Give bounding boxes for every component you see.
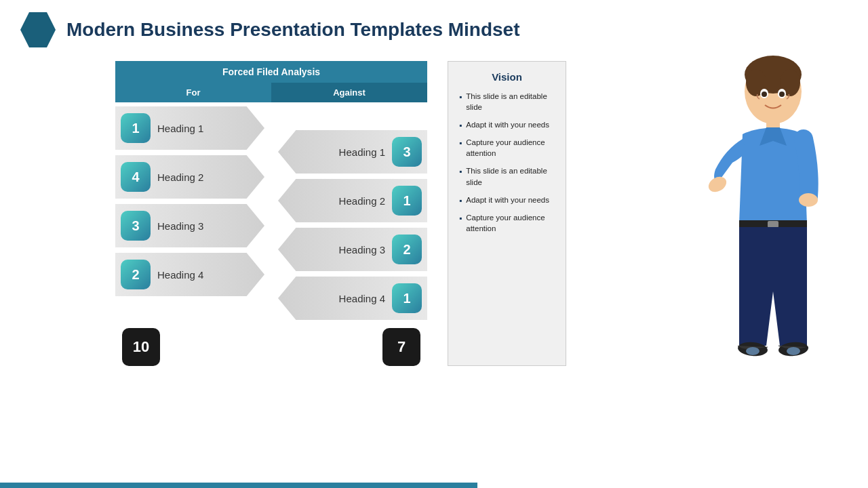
against-item-3: Heading 3 2 bbox=[278, 228, 427, 271]
vision-item-2: ▪ Adapt it with your needs bbox=[459, 119, 555, 130]
person-svg bbox=[692, 34, 854, 454]
against-item-2: Heading 2 1 bbox=[278, 179, 427, 222]
vision-item-5: ▪ Adapt it with your needs bbox=[459, 195, 555, 205]
for-label-4: Heading 4 bbox=[157, 269, 203, 281]
for-item-1: 1 Heading 1 bbox=[115, 106, 264, 150]
svg-point-6 bbox=[762, 92, 767, 97]
for-label-3: Heading 3 bbox=[157, 220, 203, 232]
vision-text-6: Capture your audience attention bbox=[466, 212, 555, 234]
counter-right: 7 bbox=[382, 328, 420, 366]
character-illustration bbox=[678, 14, 868, 474]
col-for-header: For bbox=[115, 83, 271, 102]
against-item-4: Heading 4 1 bbox=[278, 277, 427, 320]
against-badge-4: 1 bbox=[392, 283, 422, 313]
svg-point-7 bbox=[779, 92, 785, 97]
bullet-icon-1: ▪ bbox=[459, 92, 462, 102]
for-label-1: Heading 1 bbox=[157, 123, 203, 134]
against-label-4: Heading 4 bbox=[339, 293, 385, 304]
against-item-1: Heading 1 3 bbox=[278, 130, 427, 174]
forced-field-analysis-table: Forced Filed Analysis For Against 1 Head… bbox=[115, 61, 427, 366]
vision-text-4: This slide is an editable slide bbox=[466, 165, 555, 187]
for-badge-2: 4 bbox=[121, 162, 151, 192]
bullet-icon-2: ▪ bbox=[459, 121, 462, 130]
against-badge-2: 1 bbox=[392, 186, 422, 216]
bottom-counters: 10 7 bbox=[115, 320, 427, 366]
bullet-icon-5: ▪ bbox=[459, 196, 462, 205]
table-body: 1 Heading 1 4 Heading 2 3 Heading 3 2 He… bbox=[115, 106, 427, 320]
vision-text-2: Adapt it with your needs bbox=[466, 119, 549, 130]
against-badge-1: 3 bbox=[392, 137, 422, 167]
against-column: Heading 1 3 Heading 2 1 Heading 3 2 Head… bbox=[271, 130, 427, 320]
table-subheader: For Against bbox=[115, 83, 427, 102]
vision-panel: Vision ▪ This slide is an editable slide… bbox=[448, 61, 566, 366]
against-badge-3: 2 bbox=[392, 235, 422, 264]
svg-rect-12 bbox=[768, 221, 778, 228]
vision-title: Vision bbox=[459, 71, 555, 83]
bullet-icon-3: ▪ bbox=[459, 138, 462, 148]
for-badge-1: 1 bbox=[121, 113, 151, 143]
for-column: 1 Heading 1 4 Heading 2 3 Heading 3 2 He… bbox=[115, 106, 271, 320]
for-item-3: 3 Heading 3 bbox=[115, 204, 264, 247]
main-content: Forced Filed Analysis For Against 1 Head… bbox=[0, 54, 868, 366]
svg-point-16 bbox=[787, 347, 800, 355]
vision-text-1: This slide is an editable slide bbox=[466, 91, 555, 113]
svg-point-14 bbox=[746, 347, 760, 355]
against-label-2: Heading 2 bbox=[339, 195, 385, 207]
for-label-2: Heading 2 bbox=[157, 171, 203, 183]
vision-text-5: Adapt it with your needs bbox=[466, 195, 549, 205]
bullet-icon-6: ▪ bbox=[459, 214, 462, 223]
col-against-header: Against bbox=[271, 83, 427, 102]
vision-text-3: Capture your audience attention bbox=[466, 137, 555, 159]
against-label-3: Heading 3 bbox=[339, 244, 385, 256]
for-item-2: 4 Heading 2 bbox=[115, 155, 264, 199]
vision-item-6: ▪ Capture your audience attention bbox=[459, 212, 555, 234]
against-label-1: Heading 1 bbox=[339, 146, 385, 158]
page-title: Modern Business Presentation Templates M… bbox=[66, 19, 520, 41]
vision-item-1: ▪ This slide is an editable slide bbox=[459, 91, 555, 113]
for-item-4: 2 Heading 4 bbox=[115, 253, 264, 296]
for-badge-4: 2 bbox=[121, 260, 151, 289]
vision-item-3: ▪ Capture your audience attention bbox=[459, 137, 555, 159]
for-badge-3: 3 bbox=[121, 211, 151, 241]
bottom-bar bbox=[0, 483, 477, 488]
vision-item-4: ▪ This slide is an editable slide bbox=[459, 165, 555, 187]
svg-point-10 bbox=[799, 193, 818, 207]
hexagon-icon bbox=[20, 12, 56, 47]
counter-left: 10 bbox=[122, 328, 160, 366]
table-header: Forced Filed Analysis bbox=[115, 61, 427, 83]
bullet-icon-4: ▪ bbox=[459, 167, 462, 176]
